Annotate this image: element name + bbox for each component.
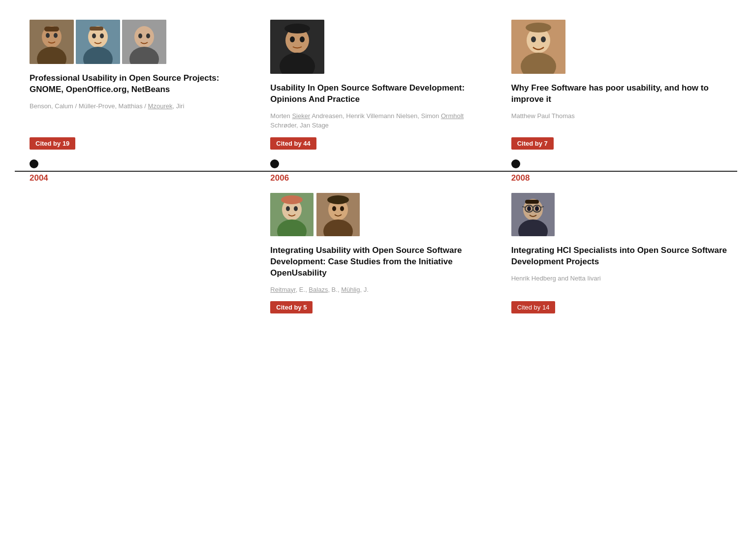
card-5-cited-badge[interactable]: Cited by 5: [270, 301, 313, 313]
svg-line-49: [522, 207, 525, 207]
card-6-cited-badge[interactable]: Cited by 14: [511, 301, 556, 313]
svg-point-28: [526, 23, 551, 32]
card-1-photos: [30, 20, 246, 64]
card-1-photo-2: [76, 20, 120, 64]
svg-rect-11: [90, 27, 103, 31]
svg-point-38: [332, 206, 336, 211]
svg-point-26: [531, 36, 536, 42]
card-2-photo-1: [270, 20, 324, 74]
mzourek-link[interactable]: Mzourek: [148, 102, 173, 110]
svg-point-10: [100, 33, 104, 38]
card-6-photo-1: [511, 193, 555, 236]
card-2-cited-badge[interactable]: Cited by 44: [270, 137, 316, 150]
balazs-link[interactable]: Balazs: [309, 286, 328, 293]
timeline-dot-2006: [270, 159, 279, 168]
timeline-point-2004: 2004: [15, 159, 255, 183]
card-5-photo-1: [270, 193, 313, 236]
svg-point-44: [527, 206, 531, 211]
card-3-authors: Matthew Paul Thomas: [511, 111, 727, 130]
svg-point-45: [535, 206, 539, 211]
svg-point-39: [340, 206, 344, 211]
svg-point-13: [134, 26, 154, 48]
card-3: Why Free Software has poor usability, an…: [497, 20, 737, 150]
card-6: Integrating HCI Specialists into Open So…: [497, 193, 737, 313]
card-2: Usability In Open Source Software Develo…: [255, 20, 496, 150]
card-1: Professional Usability in Open Source Pr…: [15, 20, 255, 150]
svg-point-20: [290, 36, 295, 42]
card-5-authors: Reitmayr, E., Balazs, B., Mühlig, J.: [270, 285, 486, 295]
card-6-photos: [511, 193, 727, 236]
svg-point-15: [138, 33, 142, 38]
year-2008: 2008: [511, 173, 530, 183]
svg-point-22: [284, 24, 310, 33]
svg-point-34: [281, 195, 303, 204]
svg-point-9: [92, 33, 96, 38]
card-1-photo-3: [122, 20, 166, 64]
ormholt-link[interactable]: Ormholt: [441, 112, 464, 120]
card-3-cited-badge[interactable]: Cited by 7: [511, 137, 554, 150]
year-2006: 2006: [270, 173, 289, 183]
svg-point-40: [327, 195, 349, 204]
timeline-dot-2004: [30, 159, 38, 168]
card-1-authors: Benson, Calum / Müller-Prove, Matthias /…: [30, 101, 246, 130]
card-1-title: Professional Usability in Open Source Pr…: [30, 73, 246, 95]
svg-point-27: [541, 36, 546, 42]
card-3-photos: [511, 20, 727, 74]
reitmayr-link[interactable]: Reitmayr: [270, 286, 295, 293]
card-2-title: Usability In Open Source Software Develo…: [270, 83, 486, 105]
timeline-point-2006: 2006: [255, 159, 496, 183]
card-3-title: Why Free Software has poor usability, an…: [511, 83, 727, 105]
card-5-title: Integrating Usability with Open Source S…: [270, 245, 486, 279]
card-1-cited-badge[interactable]: Cited by 19: [30, 137, 75, 150]
sieker-link[interactable]: Sieker: [292, 112, 310, 120]
svg-point-3: [46, 33, 50, 38]
bottom-spacer-2004: [15, 193, 255, 313]
card-5: Integrating Usability with Open Source S…: [255, 193, 496, 313]
card-1-photo-1: [30, 20, 74, 64]
card-5-photos: [270, 193, 486, 236]
svg-point-4: [54, 33, 58, 38]
bottom-cards-row: Integrating Usability with Open Source S…: [15, 193, 737, 313]
card-2-authors: Morten Sieker Andreasen, Henrik Villeman…: [270, 111, 486, 130]
timeline-points: 2004 2006 2008: [15, 159, 737, 183]
svg-point-33: [294, 206, 298, 211]
muhlig-link[interactable]: Mühlig: [341, 286, 360, 293]
svg-line-50: [541, 207, 544, 207]
year-2004: 2004: [30, 173, 48, 183]
svg-rect-5: [44, 27, 59, 31]
timeline-container: Professional Usability in Open Source Pr…: [15, 20, 737, 313]
svg-point-32: [286, 206, 290, 211]
card-5-photo-2: [316, 193, 360, 236]
timeline-bar: 2004 2006 2008: [15, 159, 737, 183]
top-cards-row: Professional Usability in Open Source Pr…: [15, 20, 737, 150]
timeline-point-2008: 2008: [497, 159, 737, 183]
card-6-authors: Henrik Hedberg and Netta Iivari: [511, 274, 727, 294]
svg-point-16: [146, 33, 150, 38]
svg-rect-51: [525, 200, 539, 204]
svg-point-21: [300, 36, 305, 42]
card-3-photo-1: [511, 20, 565, 74]
card-6-title: Integrating HCI Specialists into Open So…: [511, 245, 727, 268]
card-2-photos: [270, 20, 486, 74]
timeline-dot-2008: [511, 159, 520, 168]
